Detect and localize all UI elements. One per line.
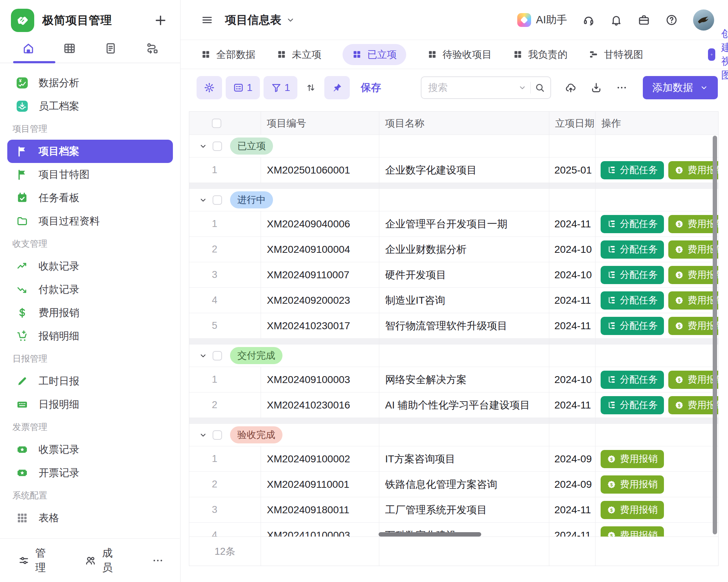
sidebar-item-project-archive[interactable]: 项目档案 [7,140,173,163]
export-download-icon[interactable] [590,82,602,93]
coin-icon: $ [674,375,684,384]
assign-task-button[interactable]: 分配任务 [601,317,664,335]
sidebar-item-reimbursement-details[interactable]: 报销明细 [7,324,173,348]
assign-task-button[interactable]: 分配任务 [601,161,664,179]
assign-task-button[interactable]: 分配任务 [601,215,664,233]
table-row[interactable]: 5XM202410230017智行物流管理软件升级项目2024-11分配任务$费… [189,313,718,339]
table-row[interactable]: 1XM202409040006企业管理平台开发项目一期2024-11分配任务$费… [189,211,718,237]
save-button[interactable]: 保存 [361,81,381,95]
sidebar-item-invoice-issued[interactable]: 开票记录 [7,461,173,485]
svg-text:¥: ¥ [19,78,22,83]
expense-reimburse-button[interactable]: $费用报销 [601,501,664,519]
view-tab-pending-acceptance[interactable]: 待验收项目 [427,48,492,61]
sidebar-tab-documents[interactable] [100,41,122,55]
expense-reimburse-button[interactable]: $费用报销 [601,475,664,494]
title-chevron-down-icon[interactable] [286,15,295,25]
group-collapse-chevron-icon[interactable] [199,431,207,439]
horizontal-scrollbar[interactable] [379,532,481,537]
settings-button[interactable] [197,76,222,99]
add-app-icon[interactable] [153,13,168,28]
sidebar-tab-home[interactable] [17,41,39,55]
search-input[interactable] [428,82,514,93]
group-collapse-chevron-icon[interactable] [199,142,207,151]
sidebar-item-task-board[interactable]: 任务看板 [7,186,173,210]
view-tab-my-projects[interactable]: 我负责的 [513,48,567,61]
svg-text:$: $ [678,222,681,227]
members-button[interactable]: 成员 [85,546,121,575]
manage-button[interactable]: 管理 [18,546,54,575]
sidebar-item-data-analysis[interactable]: ¥数据分析 [7,71,173,95]
table-row[interactable]: 1XM202409100003网络安全解决方案2024-10分配任务$费用报销 [189,367,718,392]
pin-button[interactable] [324,76,350,99]
table-row[interactable]: 3XM202409110007硬件开发项目2024-10分配任务$费用报销 [189,262,718,288]
expense-reimburse-button[interactable]: $费用报销 [668,240,718,259]
sidebar-item-expense-reimbursement[interactable]: 费用报销 [7,301,173,324]
expense-reimburse-button[interactable]: $费用报销 [601,450,664,468]
group-checkbox[interactable] [213,351,222,360]
sidebar-item-tables[interactable]: 表格 [7,506,173,530]
assign-task-button[interactable]: 分配任务 [601,396,664,414]
ai-assistant-button[interactable]: AI助手 [517,13,567,27]
group-checkbox[interactable] [213,195,222,205]
header-checkbox[interactable] [212,119,221,128]
field-config-button[interactable]: 1 [226,76,260,99]
sidebar-tab-tables[interactable] [59,41,80,55]
group-checkbox[interactable] [213,141,222,151]
toolbar-more-icon[interactable] [616,82,628,93]
start-date-cell: 2024-10 [549,262,595,287]
sidebar-item-payment-records[interactable]: 付款记录 [7,278,173,301]
assign-task-button[interactable]: 分配任务 [601,371,664,389]
expense-reimburse-button[interactable]: $费用报销 [668,161,718,179]
group-collapse-chevron-icon[interactable] [199,196,207,204]
sidebar-item-daily-report-details[interactable]: 日报明细 [7,393,173,416]
filter-button[interactable]: 1 [264,76,298,99]
table-row[interactable]: 3XM202409180011工厂管理系统开发项目2024-11$费用报销 [189,497,718,523]
table-row[interactable]: 2XM202409110001铁路信息化管理方案咨询2024-09$费用报销 [189,472,718,497]
group-collapse-chevron-icon[interactable] [199,351,207,360]
expense-reimburse-button[interactable]: $费用报销 [668,266,718,284]
assign-task-button[interactable]: 分配任务 [601,240,664,259]
workspace-briefcase-icon[interactable] [638,14,650,26]
more-icon[interactable] [152,554,164,567]
group-checkbox[interactable] [213,430,222,440]
sidebar-tab-workflows[interactable] [141,41,163,55]
table-row[interactable]: 4XM202409200023制造业IT咨询2024-11分配任务$费用报销 [189,288,718,313]
support-headset-icon[interactable] [582,14,595,26]
tree-icon [607,166,616,175]
search-scope-chevron-icon[interactable] [518,83,527,92]
table-row[interactable]: 2XM202410230016AI 辅助个性化学习平台建设项目2024-11分配… [189,392,718,418]
coin-icon: $ [607,454,616,464]
view-tab-started[interactable]: 已立项 [343,44,406,65]
sidebar-item-receipt-records[interactable]: 收款记录 [7,255,173,278]
hamburger-menu-icon[interactable] [201,14,213,26]
table-row[interactable]: 1XM202501060001企业数字化建设项目2025-01分配任务$费用报销 [189,158,718,183]
project-code-cell: XM202410230017 [261,313,379,338]
sidebar-item-work-hour-daily[interactable]: 工时日报 [7,370,173,393]
search-icon[interactable] [534,82,545,93]
assign-task-button[interactable]: 分配任务 [601,266,664,284]
table-row[interactable]: 2XM202409100004企业业财数据分析2024-10分配任务$费用报销 [189,237,718,262]
group-header-cell: 进行中 [189,189,379,211]
svg-text:$: $ [678,168,681,173]
expense-reimburse-button[interactable]: $费用报销 [668,396,718,414]
sidebar-item-project-process-docs[interactable]: 项目过程资料 [7,210,173,233]
view-tab-gantt-view[interactable]: 甘特视图 [589,48,643,61]
expense-reimburse-button[interactable]: $费用报销 [668,371,718,389]
sidebar-item-invoice-received[interactable]: 收票记录 [7,438,173,461]
vertical-scrollbar[interactable] [713,136,717,534]
add-data-button[interactable]: 添加数据 [643,76,718,99]
expense-reimburse-button[interactable]: $费用报销 [668,291,718,310]
table-row[interactable]: 1XM202409100002IT方案咨询项目2024-09$费用报销 [189,446,718,472]
assign-task-button[interactable]: 分配任务 [601,291,664,310]
expense-reimburse-button[interactable]: $费用报销 [668,317,718,335]
view-tab-all-data[interactable]: 全部数据 [201,48,256,61]
sidebar-item-employee-archive[interactable]: 员工档案 [7,95,173,118]
sidebar-item-project-gantt[interactable]: 项目甘特图 [7,163,173,186]
help-icon[interactable] [665,14,678,26]
expense-reimburse-button[interactable]: $费用报销 [668,215,718,233]
sort-button[interactable] [301,76,321,99]
import-upload-icon[interactable] [565,82,577,93]
active-tab-underline [13,61,55,63]
notifications-bell-icon[interactable] [610,14,622,26]
view-tab-not-started[interactable]: 未立项 [277,48,321,61]
